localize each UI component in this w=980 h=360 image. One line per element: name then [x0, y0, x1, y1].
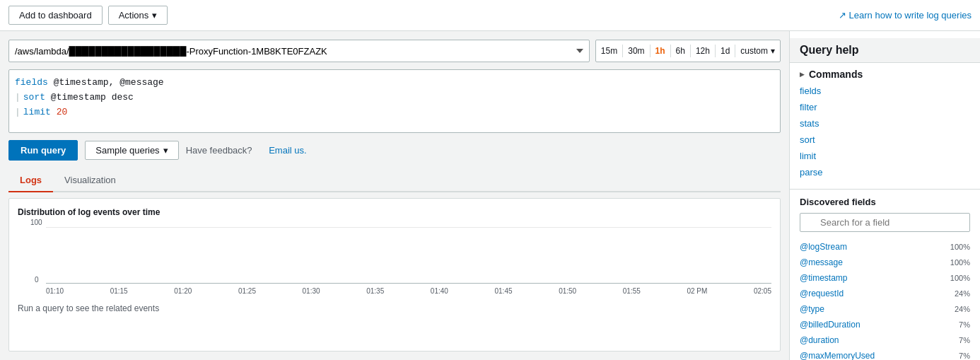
- time-custom-label: custom: [740, 46, 768, 56]
- field-type-name: @type: [800, 304, 824, 314]
- field-requestid[interactable]: @requestId 24%: [800, 286, 970, 301]
- commands-section-header: ▶ Commands: [790, 63, 980, 83]
- field-message-pct: 100%: [950, 258, 970, 267]
- discovered-fields-section: Discovered fields 🔍 @logStream 100% @mes…: [790, 190, 980, 360]
- time-1h-button[interactable]: 1h: [651, 40, 670, 62]
- time-6h-button[interactable]: 6h: [671, 40, 690, 62]
- field-requestid-name: @requestId: [800, 289, 844, 298]
- command-fields-label: fields: [800, 86, 821, 96]
- query-help-title: Query help: [790, 38, 980, 63]
- log-group-row: /aws/lambda/██████████████████-ProxyFunc…: [8, 40, 781, 62]
- field-maxmemoryused[interactable]: @maxMemoryUsed 7%: [800, 348, 970, 360]
- external-link-icon: ↗: [839, 10, 846, 21]
- x-label-02pm: 02 PM: [687, 287, 707, 295]
- field-requestid-pct: 24%: [955, 289, 970, 298]
- time-12h-button[interactable]: 12h: [691, 40, 715, 62]
- time-custom-chevron-icon: ▾: [771, 46, 775, 56]
- tab-logs[interactable]: Logs: [8, 169, 53, 192]
- time-custom-button[interactable]: custom ▾: [735, 46, 780, 56]
- top-bar: Add to dashboard Actions ▾ ↗ Learn how t…: [0, 0, 980, 31]
- commands-expand-icon[interactable]: ▶: [800, 71, 805, 78]
- query-sort-keyword: sort: [23, 91, 45, 105]
- main-content: /aws/lambda/██████████████████-ProxyFunc…: [0, 31, 980, 360]
- x-label-0205: 02:05: [754, 287, 771, 295]
- top-bar-left: Add to dashboard Actions ▾: [8, 6, 168, 25]
- field-maxmemoryused-name: @maxMemoryUsed: [800, 351, 875, 360]
- field-duration[interactable]: @duration 7%: [800, 332, 970, 348]
- chart-x-axis: 01:10 01:15 01:20 01:25 01:30 01:35 01:4…: [18, 284, 771, 295]
- tab-visualization[interactable]: Visualization: [53, 169, 127, 192]
- log-group-select[interactable]: /aws/lambda/██████████████████-ProxyFunc…: [8, 40, 590, 62]
- query-fields-value: @timestamp, @message: [54, 76, 164, 91]
- search-field-wrap: 🔍: [800, 213, 970, 232]
- discovered-fields-title: Discovered fields: [800, 197, 970, 207]
- field-timestamp-pct: 100%: [950, 274, 970, 282]
- field-timestamp[interactable]: @timestamp 100%: [800, 270, 970, 286]
- commands-section-title: Commands: [809, 69, 863, 80]
- actions-button[interactable]: Actions ▾: [108, 6, 168, 25]
- command-fields[interactable]: fields: [790, 83, 980, 99]
- time-selector: 15m 30m 1h 6h 12h 1d custom ▾: [595, 40, 781, 62]
- chart-area: Distribution of log events over time 100…: [8, 198, 781, 352]
- feedback-text: Have feedback?: [186, 145, 252, 156]
- field-billedduration-pct: 7%: [959, 320, 970, 329]
- query-fields-keyword: fields: [15, 76, 48, 91]
- x-label-0140: 01:40: [431, 287, 448, 295]
- field-billedduration-name: @billedDuration: [800, 320, 861, 330]
- query-pipe-1: |: [15, 91, 21, 105]
- query-editor[interactable]: fields @timestamp, @message | sort @time…: [8, 69, 781, 133]
- chart-top-gridline: [46, 227, 771, 228]
- time-15m-button[interactable]: 15m: [596, 40, 622, 62]
- run-query-button[interactable]: Run query: [8, 140, 78, 161]
- chart-y-min-label: 0: [35, 276, 39, 284]
- command-limit-label: limit: [800, 151, 816, 161]
- sample-queries-button[interactable]: Sample queries ▾: [85, 141, 178, 160]
- learn-link[interactable]: ↗ Learn how to write log queries: [839, 10, 972, 21]
- command-limit[interactable]: limit: [790, 148, 980, 164]
- command-stats[interactable]: stats: [790, 115, 980, 132]
- query-toolbar: Run query Sample queries ▾ Have feedback…: [8, 140, 781, 161]
- time-1d-button[interactable]: 1d: [716, 40, 735, 62]
- command-sort[interactable]: sort: [790, 132, 980, 148]
- field-duration-pct: 7%: [959, 336, 970, 344]
- sample-queries-label: Sample queries: [95, 145, 159, 156]
- no-data-message: Run a query to see the related events: [18, 298, 771, 319]
- command-filter[interactable]: filter: [790, 99, 980, 115]
- tabs-row: Logs Visualization: [8, 169, 781, 192]
- x-label-0155: 01:55: [623, 287, 641, 295]
- query-line-2: | sort @timestamp desc: [15, 91, 774, 105]
- field-message-name: @message: [800, 257, 843, 267]
- field-message[interactable]: @message 100%: [800, 255, 970, 270]
- query-line-1: fields @timestamp, @message: [15, 76, 774, 91]
- x-label-0130: 01:30: [303, 287, 320, 295]
- right-panel: Query help ▶ Commands fields filter stat…: [789, 31, 980, 360]
- x-label-0150: 01:50: [559, 287, 576, 295]
- query-limit-keyword: limit: [23, 105, 51, 120]
- query-line-3: | limit 20: [15, 105, 774, 120]
- feedback-link[interactable]: Email us.: [269, 145, 306, 156]
- chart-body: 100 0 01:10 01:15 01:20 01:25 01:30 01:3…: [18, 220, 771, 298]
- field-logstream[interactable]: @logStream 100%: [800, 239, 970, 255]
- command-parse-label: parse: [800, 167, 823, 178]
- time-30m-button[interactable]: 30m: [623, 40, 649, 62]
- x-label-0135: 01:35: [366, 287, 384, 295]
- field-type[interactable]: @type 24%: [800, 301, 970, 317]
- command-parse[interactable]: parse: [790, 164, 980, 180]
- field-billedduration[interactable]: @billedDuration 7%: [800, 317, 970, 332]
- field-type-pct: 24%: [955, 305, 970, 313]
- x-label-0110: 01:10: [46, 287, 64, 295]
- field-logstream-pct: 100%: [950, 243, 970, 251]
- query-limit-value: 20: [57, 105, 68, 120]
- commands-list: fields filter stats sort limit parse: [790, 83, 980, 183]
- command-sort-label: sort: [800, 134, 815, 145]
- query-pipe-2: |: [15, 105, 21, 120]
- field-duration-name: @duration: [800, 335, 839, 345]
- search-field-input[interactable]: [800, 213, 970, 232]
- left-panel: /aws/lambda/██████████████████-ProxyFunc…: [0, 31, 789, 360]
- sample-queries-chevron-icon: ▾: [163, 145, 168, 156]
- chart-y-max-label: 100: [30, 219, 42, 226]
- add-to-dashboard-button[interactable]: Add to dashboard: [8, 6, 103, 25]
- x-label-0115: 01:15: [110, 287, 128, 295]
- learn-label: Learn how to write log queries: [849, 10, 972, 21]
- command-stats-label: stats: [800, 118, 819, 129]
